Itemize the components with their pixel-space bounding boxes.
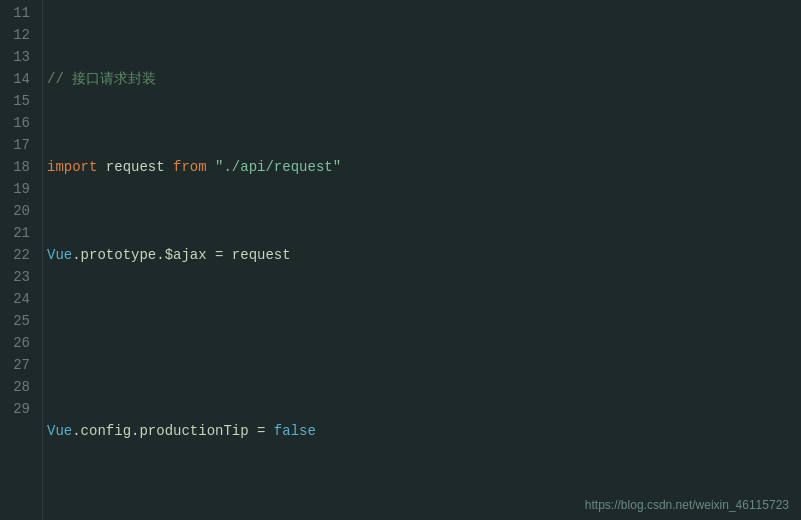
code-area: 11 12 13 14 15 16 17 18 19 20 21 22 23 2… xyxy=(0,0,801,520)
line-numbers: 11 12 13 14 15 16 17 18 19 20 21 22 23 2… xyxy=(0,0,42,520)
code-editor: 11 12 13 14 15 16 17 18 19 20 21 22 23 2… xyxy=(0,0,801,520)
code-line-12: import request from "./api/request" xyxy=(47,156,801,178)
code-line-11: // 接口请求封装 xyxy=(47,68,801,90)
watermark: https://blog.csdn.net/weixin_46115723 xyxy=(585,498,789,512)
code-line-13: Vue.prototype.$ajax = request xyxy=(47,244,801,266)
code-line-15: Vue.config.productionTip = false xyxy=(47,420,801,442)
code-line-14 xyxy=(47,332,801,354)
code-content: // 接口请求封装 import request from "./api/req… xyxy=(43,0,801,520)
